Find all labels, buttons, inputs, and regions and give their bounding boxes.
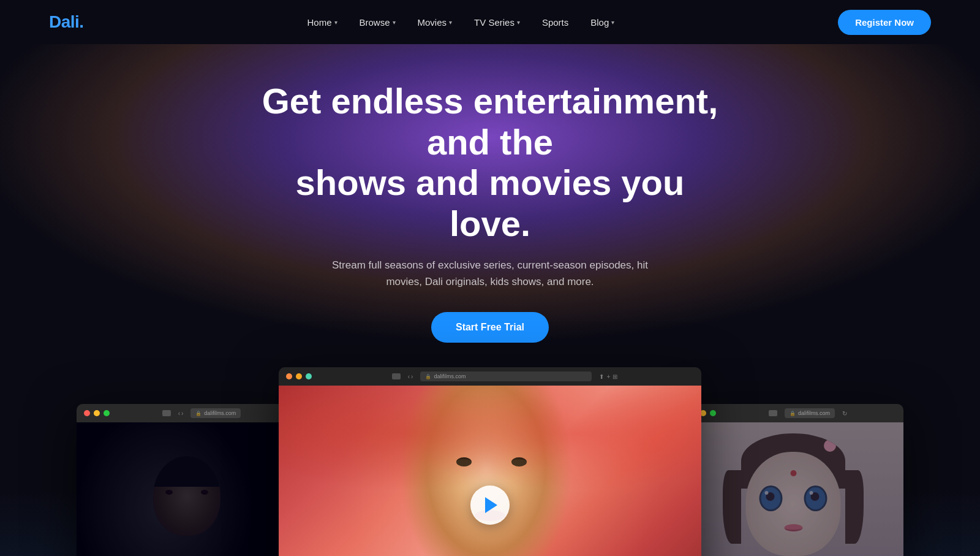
browser-dot-green-right [710,410,716,416]
fullscreen-icon[interactable]: ⊞ [612,373,617,380]
main-browser-content [279,386,701,556]
play-button[interactable] [470,486,510,525]
mockups-section: ‹ › 🔒 dalifilms.com [0,367,980,556]
villain-image [77,422,297,556]
nav-item-movies[interactable]: Movies ▾ [418,17,453,28]
browser-window-main: ‹ › 🔒 dalifilms.com ⬆ + ⊞ [279,367,701,556]
url-bar-left[interactable]: 🔒 dalifilms.com [190,408,241,418]
browser-dot-yellow-main [296,373,302,379]
hero-content: Get endless entertainment, and the shows… [49,81,931,343]
reload-icon[interactable]: ↻ [842,410,847,417]
navbar: Dali. Home ▾ Browse ▾ Movies ▾ TV Series… [0,0,980,44]
register-button[interactable]: Register Now [838,10,931,35]
browser-dot-red-main [286,373,292,379]
mockups-container: ‹ › 🔒 dalifilms.com [31,367,949,556]
nav-item-home[interactable]: Home ▾ [307,17,337,28]
chevron-down-icon: ▾ [517,19,520,26]
browser-controls-main: ‹ › 🔒 dalifilms.com ⬆ + ⊞ [315,371,694,381]
add-tab-icon[interactable]: + [606,373,610,380]
browser-dot-green-left [104,410,110,416]
shield-icon: 🔒 [425,374,431,379]
shield-icon: 🔒 [790,411,796,416]
browser-bar-main: ‹ › 🔒 dalifilms.com ⬆ + ⊞ [279,367,701,386]
browser-icon-main [392,373,401,379]
back-arrow-icon[interactable]: ‹ [178,410,180,417]
back-arrow-icon[interactable]: ‹ [408,373,410,380]
nav-item-browse[interactable]: Browse ▾ [360,17,396,28]
browser-icon-right [769,410,777,416]
browser-controls-left: ‹ › 🔒 dalifilms.com [113,408,290,418]
forward-arrow-icon[interactable]: › [181,410,183,417]
chevron-down-icon: ▾ [611,19,614,26]
nav-item-blog[interactable]: Blog ▾ [590,17,614,28]
share-icon[interactable]: ⬆ [599,373,604,380]
hero-headline: Get endless entertainment, and the shows… [257,81,723,245]
start-trial-button[interactable]: Start Free Trial [431,312,549,343]
shield-icon: 🔒 [195,411,202,416]
nav-item-sports[interactable]: Sports [542,17,568,28]
browser-controls-right: 🔒 dalifilms.com ↻ [720,408,896,418]
url-bar-main[interactable]: 🔒 dalifilms.com [420,371,592,381]
hero-section: Get endless entertainment, and the shows… [0,44,980,343]
browser-icon [162,410,171,416]
brand-logo[interactable]: Dali. [49,12,84,32]
chevron-down-icon: ▾ [449,19,452,26]
browser-window-right: 🔒 dalifilms.com ↻ [683,404,903,556]
nav-item-tv-series[interactable]: TV Series ▾ [474,17,520,28]
browser-window-left: ‹ › 🔒 dalifilms.com [77,404,297,556]
browser-bar-left: ‹ › 🔒 dalifilms.com [77,404,297,422]
chevron-down-icon: ▾ [393,19,396,26]
play-icon [485,497,497,513]
left-browser-content [77,422,297,556]
right-browser-content [683,422,903,556]
nav-links: Home ▾ Browse ▾ Movies ▾ TV Series ▾ Spo [307,17,614,28]
logo-dot: . [79,12,83,31]
browser-dot-green-main [306,373,312,379]
browser-dot-yellow-left [94,410,100,416]
chevron-down-icon: ▾ [334,19,337,26]
forward-arrow-icon[interactable]: › [411,373,413,380]
logo-text: Dali [49,12,79,31]
browser-dot-red-left [84,410,90,416]
browser-bar-right: 🔒 dalifilms.com ↻ [683,404,903,422]
hero-subtitle: Stream full seasons of exclusive series,… [331,257,649,290]
url-bar-right[interactable]: 🔒 dalifilms.com [785,408,835,418]
main-movie-image [279,386,701,556]
right-overlay [683,422,903,556]
